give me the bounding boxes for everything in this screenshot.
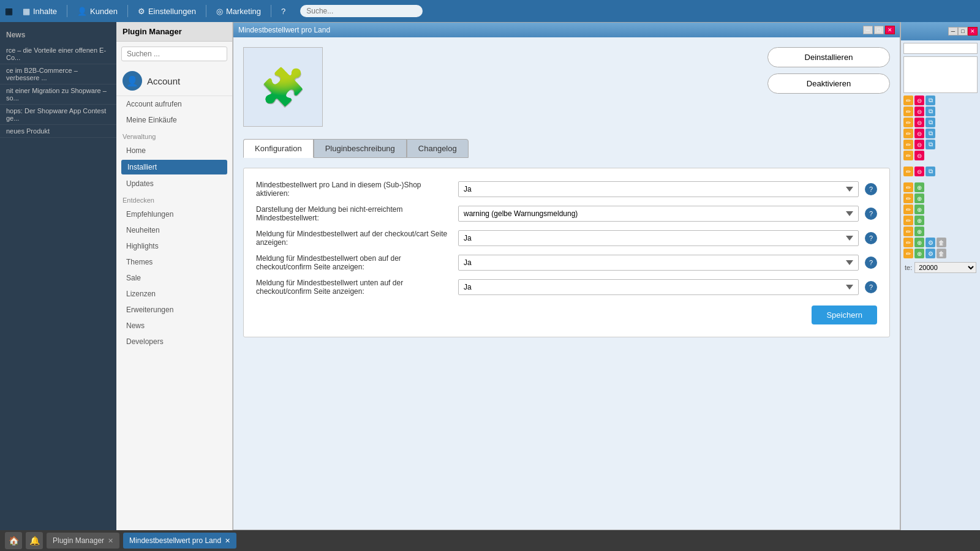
right-row-11: ✏ ⊕ — [903, 216, 978, 225]
settings-icon-14[interactable]: ⚙ — [925, 249, 935, 258]
news-item-3[interactable]: nit einer Migration zu Shopware – so... — [0, 84, 116, 105]
edit-icon-2[interactable]: ✏ — [903, 107, 913, 116]
copy-icon-1[interactable]: ⧉ — [925, 96, 935, 105]
copy-icon-4[interactable]: ⧉ — [925, 129, 935, 138]
sidebar-item-neuheiten[interactable]: Neuheiten — [116, 222, 232, 238]
sidebar-item-themes[interactable]: Themes — [116, 254, 232, 270]
config-select-3[interactable]: Ja Nein — [458, 230, 859, 246]
add-icon-9[interactable]: ⊕ — [914, 193, 924, 203]
pm-search-input[interactable] — [121, 47, 227, 61]
delete-icon-2[interactable]: ⊖ — [914, 107, 924, 116]
copy-icon-3[interactable]: ⧉ — [925, 118, 935, 127]
config-select-2[interactable]: warning (gelbe Warnungsmeldung) notice e… — [458, 206, 859, 222]
right-panel-search-input[interactable] — [903, 43, 978, 54]
taskbar-tab-mindestbestellwert[interactable]: Mindestbestellwert pro Land ✕ — [123, 533, 236, 549]
news-item-4[interactable]: hops: Der Shopware App Contest ge... — [0, 105, 116, 125]
edit-icon-11[interactable]: ✏ — [903, 216, 913, 225]
tab-pluginbeschreibung[interactable]: Pluginbeschreibung — [314, 139, 407, 158]
nav-help[interactable]: ? — [274, 4, 293, 18]
sidebar-item-sale[interactable]: Sale — [116, 270, 232, 286]
uninstall-button[interactable]: Deinstallieren — [767, 47, 890, 67]
sidebar-item-erweiterungen[interactable]: Erweiterungen — [116, 302, 232, 318]
window-minimize-btn[interactable]: ─ — [863, 26, 873, 34]
config-select-5[interactable]: Ja Nein — [458, 279, 859, 295]
global-search-input[interactable] — [300, 5, 423, 17]
config-help-1[interactable]: ? — [865, 183, 877, 195]
window-close-btn[interactable]: ✕ — [885, 26, 895, 34]
edit-icon-4[interactable]: ✏ — [903, 129, 913, 138]
sidebar-item-updates[interactable]: Updates — [116, 176, 232, 192]
right-restore-btn[interactable]: □ — [958, 27, 968, 36]
right-row-12: ✏ ⊕ — [903, 227, 978, 236]
save-button[interactable]: Speichern — [812, 305, 877, 324]
add-icon-13[interactable]: ⊕ — [914, 238, 924, 247]
delete-icon-4[interactable]: ⊖ — [914, 129, 924, 138]
right-panel-select[interactable]: 20000 10000 5000 1000 — [914, 262, 976, 273]
edit-icon-14[interactable]: ✏ — [903, 249, 913, 258]
add-icon-10[interactable]: ⊕ — [914, 204, 924, 214]
config-select-1[interactable]: Ja Nein — [458, 181, 859, 197]
nav-inhalte[interactable]: ▦ Inhalte — [15, 4, 64, 18]
delete-icon-5[interactable]: ⊖ — [914, 140, 924, 149]
taskbar-tab-plugin-manager[interactable]: Plugin Manager ✕ — [47, 533, 119, 549]
edit-icon-10[interactable]: ✏ — [903, 204, 913, 214]
delete-icon-7[interactable]: ⊖ — [914, 167, 924, 176]
nav-marketing[interactable]: ◎ Marketing — [209, 4, 268, 18]
edit-icon-13[interactable]: ✏ — [903, 238, 913, 247]
taskbar-close-mindestbestellwert[interactable]: ✕ — [225, 537, 230, 545]
edit-icon-9[interactable]: ✏ — [903, 193, 913, 203]
config-help-2[interactable]: ? — [865, 208, 877, 220]
sidebar-item-news[interactable]: News — [116, 318, 232, 334]
settings-icon-13[interactable]: ⚙ — [925, 238, 935, 247]
edit-icon-5[interactable]: ✏ — [903, 140, 913, 149]
nav-kunden[interactable]: 👤 Kunden — [70, 4, 125, 18]
delete-icon-1[interactable]: ⊖ — [914, 96, 924, 105]
right-close-btn[interactable]: ✕ — [968, 27, 978, 36]
sidebar-item-home[interactable]: Home — [116, 143, 232, 159]
config-panel: Mindestbestellwert pro Land in diesem (S… — [243, 168, 890, 337]
window-restore-btn[interactable]: □ — [874, 26, 884, 34]
account-aufrufen-link[interactable]: Account aufrufen — [116, 96, 232, 112]
add-icon-14[interactable]: ⊕ — [914, 249, 924, 258]
news-item-2[interactable]: ce im B2B-Commerce – verbessere ... — [0, 64, 116, 84]
taskbar-home-icon[interactable]: 🏠 — [5, 532, 22, 549]
taskbar-bell-icon[interactable]: 🔔 — [26, 532, 43, 549]
trash-icon-13[interactable]: 🗑 — [937, 238, 946, 247]
edit-icon-8[interactable]: ✏ — [903, 182, 913, 192]
edit-icon-3[interactable]: ✏ — [903, 118, 913, 127]
tab-changelog[interactable]: Changelog — [407, 139, 469, 158]
meine-einkaeufe-link[interactable]: Meine Einkäufe — [116, 112, 232, 128]
nav-einstellungen[interactable]: ⚙ Einstellungen — [130, 4, 203, 18]
sidebar-item-lizenzen[interactable]: Lizenzen — [116, 286, 232, 302]
right-row-14: ✏ ⊕ ⚙ 🗑 — [903, 249, 978, 258]
right-minimize-btn[interactable]: ─ — [948, 27, 958, 36]
add-icon-11[interactable]: ⊕ — [914, 216, 924, 225]
add-icon-12[interactable]: ⊕ — [914, 227, 924, 236]
delete-icon-3[interactable]: ⊖ — [914, 118, 924, 127]
config-help-3[interactable]: ? — [865, 232, 877, 244]
news-item-5[interactable]: neues Produkt — [0, 125, 116, 138]
config-help-5[interactable]: ? — [865, 281, 877, 293]
edit-icon-6[interactable]: ✏ — [903, 151, 913, 160]
sidebar-item-highlights[interactable]: Highlights — [116, 238, 232, 254]
edit-icon-1[interactable]: ✏ — [903, 96, 913, 105]
edit-icon-7[interactable]: ✏ — [903, 167, 913, 176]
trash-icon-14[interactable]: 🗑 — [937, 249, 946, 258]
news-item-1[interactable]: rce – die Vorteile einer offenen E-Co... — [0, 44, 116, 64]
taskbar-close-plugin-manager[interactable]: ✕ — [108, 537, 113, 545]
copy-icon-5[interactable]: ⧉ — [925, 140, 935, 149]
sidebar-item-developers[interactable]: Developers — [116, 334, 232, 350]
right-panel-textarea[interactable] — [903, 56, 978, 93]
edit-icon-12[interactable]: ✏ — [903, 227, 913, 236]
config-help-4[interactable]: ? — [865, 257, 877, 269]
sidebar-item-empfehlungen[interactable]: Empfehlungen — [116, 206, 232, 222]
news-panel: News rce – die Vorteile einer offenen E-… — [0, 22, 116, 530]
copy-icon-7[interactable]: ⧉ — [925, 167, 935, 176]
copy-icon-2[interactable]: ⧉ — [925, 107, 935, 116]
sidebar-item-installiert[interactable]: Installiert — [121, 160, 227, 174]
delete-icon-6[interactable]: ⊖ — [914, 151, 924, 160]
config-select-4[interactable]: Ja Nein — [458, 255, 859, 271]
add-icon-8[interactable]: ⊕ — [914, 182, 924, 192]
deactivate-button[interactable]: Deaktivieren — [767, 73, 890, 94]
tab-konfiguration[interactable]: Konfiguration — [243, 139, 314, 158]
